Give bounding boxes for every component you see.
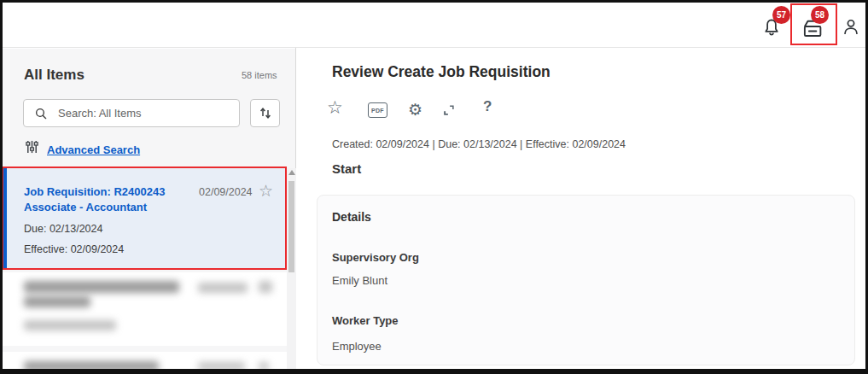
profile-button[interactable] <box>840 15 862 38</box>
sidebar-search-bar[interactable] <box>23 99 240 127</box>
person-icon <box>840 15 862 38</box>
pdf-export-icon[interactable]: PDF <box>368 102 387 118</box>
frame-edge-left <box>0 0 3 374</box>
blurred-star <box>259 281 272 293</box>
field-value-worker-type: Employee <box>332 340 382 353</box>
items-count: 58 items <box>242 70 277 80</box>
inbox-item-blurred[interactable] <box>3 272 287 346</box>
sort-button[interactable] <box>250 99 280 127</box>
blurred-text <box>24 281 179 293</box>
section-heading-start: Start <box>332 161 361 176</box>
search-icon <box>34 107 48 120</box>
blurred-text <box>24 320 116 330</box>
sidebar-title: All Items <box>24 67 84 84</box>
favorite-star-icon[interactable]: ☆ <box>327 97 343 118</box>
task-meta-dates: Created: 02/09/2024 | Due: 02/13/2024 | … <box>332 138 626 150</box>
field-value-supervisory-org: Emily Blunt <box>332 274 387 287</box>
filter-sliders-icon <box>25 139 39 155</box>
item-title-line2: Associate - Accountant <box>24 201 147 213</box>
sidebar-search-input[interactable] <box>56 106 223 120</box>
notifications-badge: 57 <box>772 6 790 24</box>
inbox-item-effective: Effective: 02/09/2024 <box>24 243 124 255</box>
field-label-worker-type: Worker Type <box>332 314 399 327</box>
app-window: ENU MEDLINE 57 58 All Items 58 items <box>0 0 868 374</box>
favorite-star-icon[interactable]: ☆ <box>259 181 273 201</box>
blurred-text <box>24 296 90 307</box>
inbox-item-blurred[interactable] <box>3 352 287 369</box>
field-label-supervisory-org: Supervisory Org <box>332 251 419 264</box>
selected-item-accent-bar <box>3 168 7 268</box>
expand-icon[interactable] <box>441 102 457 118</box>
scrollbar-up-arrow[interactable] <box>288 170 295 175</box>
details-card <box>317 195 855 365</box>
advanced-search-link[interactable]: Advanced Search <box>47 143 140 156</box>
inbox-item-title[interactable]: Job Requisition: R2400243 Associate - Ac… <box>24 184 195 215</box>
item-title-line1: Job Requisition: R2400243 <box>24 185 165 198</box>
sort-arrows-icon <box>259 106 272 120</box>
blurred-date <box>198 283 248 293</box>
inbox-item-due: Due: 02/13/2024 <box>24 223 102 235</box>
help-icon[interactable]: ? <box>483 98 492 115</box>
inbox-badge: 58 <box>811 6 829 24</box>
frame-edge-top <box>0 0 868 3</box>
top-bar <box>0 0 868 48</box>
frame-edge-bottom <box>0 369 868 374</box>
sidebar-scrollbar-thumb[interactable] <box>288 181 294 272</box>
inbox-item-date: 02/09/2024 <box>199 186 253 198</box>
gear-icon[interactable]: ⚙ <box>408 100 422 120</box>
page-title: Review Create Job Requisition <box>332 63 551 81</box>
details-heading: Details <box>332 210 371 224</box>
